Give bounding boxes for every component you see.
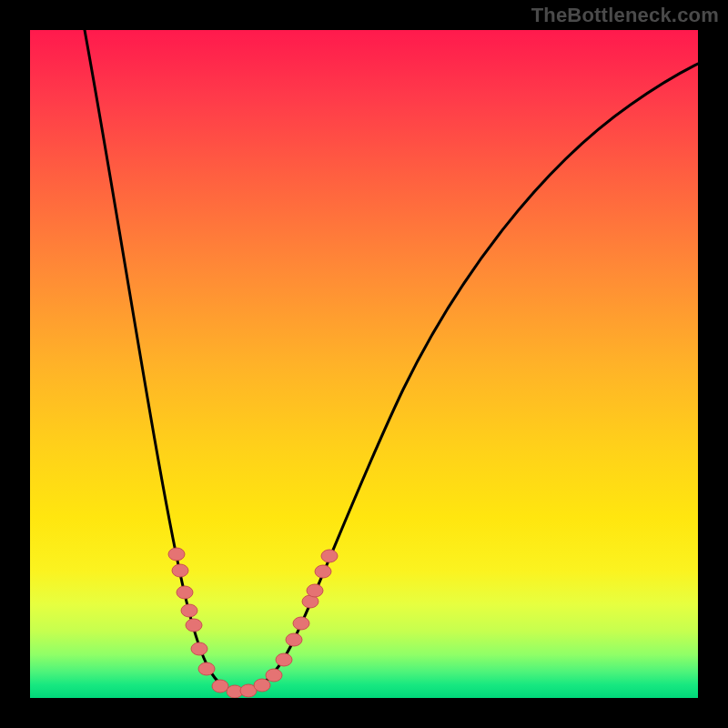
marker-point bbox=[168, 548, 185, 561]
plot-area bbox=[30, 30, 698, 698]
marker-point bbox=[321, 550, 338, 562]
marker-point bbox=[276, 653, 292, 666]
marker-point bbox=[181, 604, 197, 617]
marker-point bbox=[315, 565, 331, 578]
marker-point bbox=[186, 619, 202, 632]
marker-point bbox=[212, 680, 228, 693]
marker-point bbox=[198, 662, 215, 675]
marker-point bbox=[172, 564, 188, 577]
marker-point bbox=[286, 633, 302, 646]
marker-group bbox=[168, 548, 338, 698]
marker-point bbox=[177, 586, 193, 599]
chart-frame: TheBottleneck.com bbox=[0, 0, 728, 728]
marker-point bbox=[266, 669, 282, 682]
chart-svg bbox=[30, 30, 698, 698]
marker-point bbox=[307, 584, 323, 597]
watermark-text: TheBottleneck.com bbox=[531, 4, 719, 27]
marker-point bbox=[191, 642, 207, 655]
marker-point bbox=[293, 617, 309, 630]
marker-point bbox=[254, 679, 270, 692]
